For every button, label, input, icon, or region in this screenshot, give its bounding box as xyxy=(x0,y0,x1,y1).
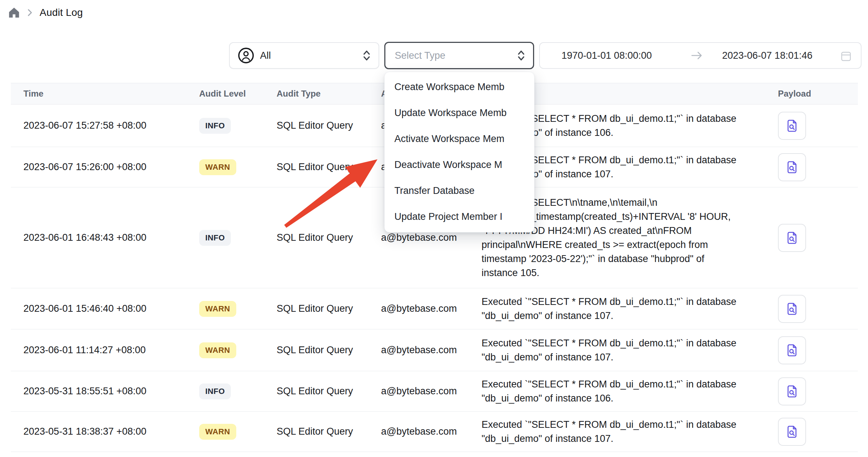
cell-time: 2023-05-31 18:38:37 +08:00 xyxy=(11,426,199,437)
menu-item-create-workspace-member[interactable]: Create Workspace Memb xyxy=(385,74,534,100)
payload-view-button[interactable] xyxy=(778,295,806,323)
table-row: 2023-06-01 15:46:40 +08:00 WARN SQL Edit… xyxy=(11,288,858,329)
audit-level-badge: INFO xyxy=(199,118,231,134)
cell-time: 2023-06-01 15:46:40 +08:00 xyxy=(11,303,199,314)
cell-comment: Executed `"SELECT * FROM db_ui_demo.t1;"… xyxy=(482,418,767,446)
cell-audit-type: SQL Editor Query xyxy=(277,120,381,131)
cell-actor: a@bytebase.com xyxy=(381,426,482,437)
audit-log-page: Audit Log All Select Type xyxy=(0,0,868,457)
chevron-up-down-icon xyxy=(516,49,526,62)
table-row: 2023-05-31 18:55:51 +08:00 INFO SQL Edit… xyxy=(11,371,858,412)
menu-item-transfer-database[interactable]: Transfer Database xyxy=(385,178,534,204)
page-title: Audit Log xyxy=(40,7,83,18)
date-range-start[interactable]: 1970-01-01 08:00:00 xyxy=(561,43,652,68)
actor-filter-select[interactable]: All xyxy=(229,42,379,69)
date-range-picker[interactable]: 1970-01-01 08:00:00 2023-06-07 18:01:46 xyxy=(539,42,862,69)
payload-view-button[interactable] xyxy=(778,336,806,364)
cell-comment: Executed `"SELECT * FROM db_ui_demo.t1;"… xyxy=(482,295,767,323)
column-header-time: Time xyxy=(11,89,199,99)
cell-audit-type: SQL Editor Query xyxy=(277,386,381,397)
cell-audit-type: SQL Editor Query xyxy=(277,161,381,173)
chevron-up-down-icon xyxy=(362,49,371,62)
table-row: 2023-05-31 18:38:37 +08:00 WARN SQL Edit… xyxy=(11,412,858,452)
cell-audit-type: SQL Editor Query xyxy=(277,345,381,356)
menu-item-update-workspace-member[interactable]: Update Workspace Memb xyxy=(385,100,534,126)
audit-level-badge: WARN xyxy=(199,342,236,358)
payload-view-button[interactable] xyxy=(778,377,806,405)
cell-time: 2023-06-01 16:48:43 +08:00 xyxy=(11,232,199,243)
payload-view-button[interactable] xyxy=(778,112,806,140)
column-header-audit-type: Audit Type xyxy=(277,89,381,99)
payload-view-button[interactable] xyxy=(778,418,806,446)
cell-actor: a@bytebase.com xyxy=(381,303,482,314)
menu-item-activate-workspace-member[interactable]: Activate Workspace Mem xyxy=(385,126,534,152)
cell-time: 2023-06-01 11:14:27 +08:00 xyxy=(11,345,199,356)
type-filter-placeholder: Select Type xyxy=(395,50,446,61)
cell-audit-type: SQL Editor Query xyxy=(277,303,381,314)
type-filter-select[interactable]: Select Type xyxy=(384,42,534,69)
audit-level-badge: INFO xyxy=(199,383,231,399)
cell-actor: a@bytebase.com xyxy=(381,386,482,397)
actor-filter-value: All xyxy=(260,50,271,61)
column-header-payload: Payload xyxy=(767,89,858,99)
breadcrumb-chevron-icon xyxy=(27,8,33,17)
cell-audit-type: SQL Editor Query xyxy=(277,232,381,243)
cell-time: 2023-06-07 15:26:00 +08:00 xyxy=(11,161,199,173)
audit-level-badge: INFO xyxy=(199,230,231,246)
calendar-icon xyxy=(841,51,851,62)
audit-level-badge: WARN xyxy=(199,159,236,175)
cell-actor: a@bytebase.com xyxy=(381,232,482,243)
table-row: 2023-06-01 11:14:27 +08:00 WARN SQL Edit… xyxy=(11,329,858,371)
cell-time: 2023-05-31 18:55:51 +08:00 xyxy=(11,386,199,397)
user-circle-icon xyxy=(238,47,254,64)
cell-comment: Executed `"SELECT * FROM db_ui_demo.t1;"… xyxy=(482,336,767,364)
home-icon[interactable] xyxy=(8,6,20,19)
payload-view-button[interactable] xyxy=(778,224,806,252)
breadcrumb: Audit Log xyxy=(8,6,83,19)
audit-level-badge: WARN xyxy=(199,424,236,440)
payload-view-button[interactable] xyxy=(778,153,806,181)
menu-item-update-project-member[interactable]: Update Project Member I xyxy=(385,204,534,230)
type-filter-dropdown-menu: Create Workspace Memb Update Workspace M… xyxy=(384,72,534,232)
cell-audit-type: SQL Editor Query xyxy=(277,426,381,437)
cell-comment: Executed `"SELECT * FROM db_ui_demo.t1;"… xyxy=(482,377,767,405)
audit-level-badge: WARN xyxy=(199,301,236,317)
date-range-end[interactable]: 2023-06-07 18:01:46 xyxy=(722,43,813,68)
arrow-right-icon xyxy=(690,50,703,61)
column-header-audit-level: Audit Level xyxy=(199,89,277,99)
cell-time: 2023-06-07 15:27:58 +08:00 xyxy=(11,120,199,131)
menu-item-deactivate-workspace-member[interactable]: Deactivate Workspace M xyxy=(385,152,534,178)
cell-actor: a@bytebase.com xyxy=(381,345,482,356)
